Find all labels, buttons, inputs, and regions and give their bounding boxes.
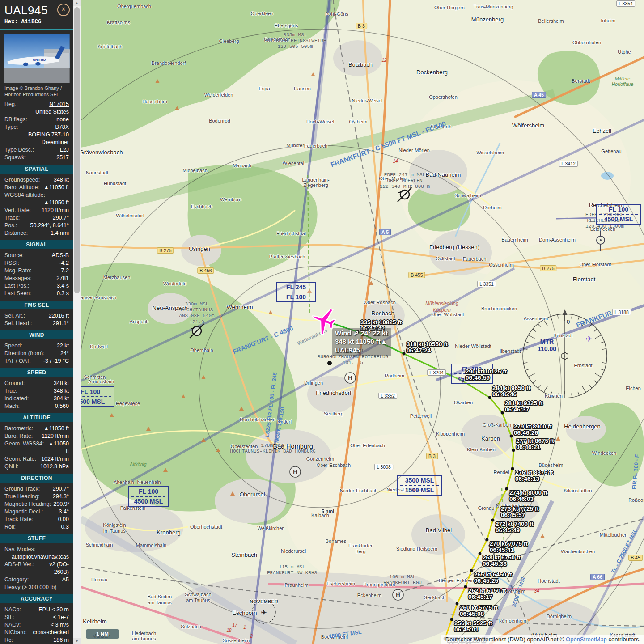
row-label: NICbaro: — [4, 629, 27, 636]
row-value: ▲11050 ft — [7, 199, 69, 207]
info-label: Squawk: — [4, 154, 26, 161]
trail-label: 290 kt 10125 ft06:46:59 — [466, 369, 507, 381]
row-label: Ground: — [4, 380, 25, 387]
info-value: 2517 — [28, 154, 69, 161]
row-label: Category: — [4, 576, 29, 584]
map-label-town: Roßdorf — [628, 497, 644, 503]
map-label-town: im Taunus — [103, 528, 126, 534]
scrollbar-thumb[interactable] — [74, 7, 80, 293]
sidebar-scrollbar[interactable]: ▲ ▼ — [73, 0, 80, 644]
section-header: SPEED — [0, 368, 73, 377]
aircraft-label[interactable]: Wind ⇗ 24° 22 kt348 kt 11050 ft▲UAL945 — [332, 328, 391, 356]
map-label-town: Bellersheim — [538, 18, 564, 24]
map-label-town: Windecken — [592, 450, 616, 456]
map-label-town: Friedberg (Hessen) — [429, 244, 479, 250]
scroll-up-icon[interactable]: ▲ — [73, 0, 80, 6]
map-label-town: Florstadt — [573, 276, 596, 283]
map-label-town: Oppershofen — [429, 94, 458, 100]
map[interactable]: 0HHH✈✈ OberquembachOber-HörgernTrais-Mün… — [80, 0, 644, 644]
map-label-town: Gronau — [478, 505, 495, 511]
trail-time: 06:45:33 — [483, 561, 521, 567]
row-label: Track: — [4, 214, 20, 222]
row-value: 7.2 — [34, 267, 69, 275]
data-row: Direction (from):24° — [4, 350, 69, 357]
row-value: < 3 m/s — [23, 621, 69, 629]
section-header: WIND — [0, 330, 73, 339]
trail-speed-alt: 277 kt 8675 ft — [516, 438, 554, 444]
airspace-lower-limit: 4500 MSL — [134, 498, 163, 505]
trail-time: 06:46:59 — [466, 375, 507, 381]
section-rows: Ground:348 ktTrue:348 ktIndicated:304 kt… — [0, 380, 73, 410]
map-label-town: Münzenberg — [471, 16, 504, 23]
row-label: NACv: — [4, 621, 21, 629]
section-rows: Groundspeed:348 ktBaro. Altitude:▲11050 … — [0, 176, 73, 237]
map-label-town: Ober-Hörgern — [434, 5, 465, 10]
row-value: 1024 ft/min — [38, 455, 69, 463]
row-label: Distance: — [4, 229, 28, 237]
data-row: Track:290.7° — [4, 214, 69, 222]
data-row: WGS84 altitude: — [4, 191, 69, 199]
close-icon[interactable]: ✕ — [57, 4, 70, 16]
data-row: Source:ADS-B — [4, 252, 69, 259]
map-label-town: Bodenrod — [209, 118, 230, 123]
row-value: 294.3° — [42, 493, 69, 500]
map-label-town: Wiesental — [283, 161, 304, 166]
row-value: ▲11050 ft — [46, 440, 69, 455]
data-row: Groundspeed:348 kt — [4, 176, 69, 184]
data-row: Ground:348 kt — [4, 380, 69, 387]
row-label: Nav. Modes: — [4, 546, 35, 553]
data-row: RSSI:-4.2 — [4, 259, 69, 267]
map-label-town: Espa — [258, 86, 270, 91]
section-rows: NACp:EPU < 30 mSIL:≤ 1e-7NACv:< 3 m/sNIC… — [0, 606, 73, 644]
trail-speed-alt: 272 kt 7400 ft — [496, 521, 534, 527]
airspace-limits-box: FL 245FL 100 — [276, 282, 316, 302]
airspace-limits-box: FL 1004500 MSL — [80, 386, 114, 407]
map-label-town: Petterweil — [410, 413, 432, 419]
map-label-town: Rumpenheim — [498, 618, 527, 623]
map-label-town: Anspach — [130, 319, 149, 324]
map-label-town: Inheim — [601, 18, 615, 23]
data-row: ▲11050 ft — [4, 199, 69, 207]
openstreetmap-link[interactable]: OpenStreetMap — [566, 636, 607, 643]
row-label: Last Pos.: — [4, 282, 30, 290]
row-label: Indicated: — [4, 395, 29, 402]
trail-time: 06:45:08 — [460, 611, 498, 617]
map-label-town: Fauerbach — [463, 256, 487, 262]
row-value: 24° — [47, 350, 69, 357]
map-label-town: Wachenbuchen — [561, 549, 595, 554]
map-label-town: Oberursel — [239, 491, 265, 498]
road-ref-badge: B 456 — [197, 267, 214, 274]
row-label: Vert. Rate: — [4, 207, 31, 214]
map-label-town: Trais-Münzenberg — [474, 4, 513, 9]
map-label-town: Cleeberg — [219, 38, 239, 44]
map-label-town: Rockenberg — [416, 69, 448, 76]
map-label-town: Dorfweil — [90, 344, 108, 349]
map-label-airfield: EDFP 247 m MSL OBER-MOERLEN 122.340 MHz … — [380, 172, 430, 190]
aircraft-icon[interactable] — [307, 304, 339, 336]
row-value — [47, 191, 69, 199]
compass-center-dot — [564, 355, 565, 356]
trail-time: 06:47:24 — [407, 347, 448, 354]
row-label: Speed: — [4, 342, 22, 350]
scroll-down-icon[interactable]: ▼ — [73, 638, 80, 644]
row-label: Magnetic Decl.: — [4, 508, 43, 516]
row-label: Ground Track: — [4, 485, 40, 493]
map-label-town: Hegewiese — [116, 401, 140, 406]
scale-bar: 1 NM — [86, 629, 119, 639]
helipad-icon: H — [396, 592, 400, 598]
map-label-town: Oberquembach — [117, 4, 151, 9]
info-value[interactable]: N17015 — [20, 101, 69, 108]
row-value — [38, 546, 69, 553]
trail-speed-alt: 276 kt 8375 ft — [515, 470, 553, 476]
row-value: ADS-B — [26, 252, 69, 259]
section-rows: Speed:22 ktDirection (from):24°TAT / OAT… — [0, 342, 73, 365]
map-label-town: Pohl-Göns — [325, 11, 348, 17]
hex-code: Hex: A11BC6 — [4, 19, 48, 25]
map-label-town: Ziegenberg — [303, 182, 328, 188]
trail-segment — [513, 450, 513, 469]
section-rows: Barometric:▲11050 ftBaro. Rate:1120 ft/m… — [0, 425, 73, 470]
info-row: Reg.:N17015 — [4, 101, 69, 108]
map-label-town: Wernborn — [220, 197, 242, 202]
row-value: ▲11050 ft — [42, 184, 69, 191]
row-label: True Heading: — [4, 493, 40, 500]
